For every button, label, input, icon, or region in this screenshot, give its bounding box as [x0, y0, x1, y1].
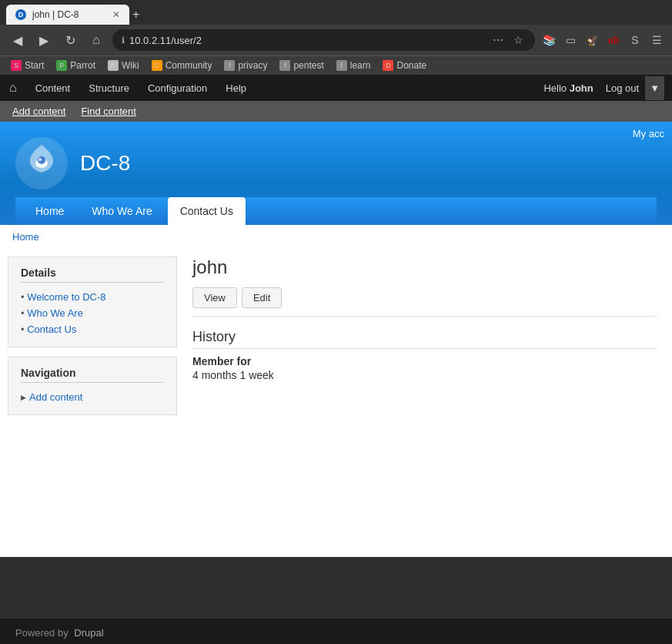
- svg-point-3: [38, 158, 42, 161]
- browser-toolbar: ◀ ▶ ↻ ⌂ ℹ 10.0.2.11/user/2 ⋯ ☆ 📚 ▭ 🦅 uD …: [0, 25, 672, 55]
- sidebar-link-welcome[interactable]: Welcome to DC-8: [27, 291, 105, 303]
- user-greeting: Hello John: [543, 82, 593, 94]
- bookmark-donate[interactable]: D Donate: [378, 59, 431, 72]
- url-display: 10.0.2.11/user/2: [129, 35, 202, 46]
- reload-button[interactable]: ↻: [60, 30, 80, 50]
- site-logo[interactable]: [15, 137, 68, 190]
- bookmark-start[interactable]: S Start: [6, 59, 48, 72]
- sidebar-link-contact-us[interactable]: Contact Us: [27, 324, 76, 335]
- list-item: Who We Are: [21, 305, 164, 321]
- list-item: Contact Us: [21, 321, 164, 337]
- tab-close-button[interactable]: ✕: [112, 9, 120, 20]
- logout-link[interactable]: Log out: [606, 82, 639, 94]
- list-item: Welcome to DC-8: [21, 289, 164, 305]
- donate-favicon: D: [383, 60, 393, 71]
- bookmark-pentest[interactable]: f pentest: [275, 59, 328, 72]
- bookmark-wiki-label: Wiki: [122, 60, 139, 71]
- member-for-label: Member for: [192, 355, 657, 367]
- member-for-value: 4 months 1 week: [192, 369, 657, 381]
- active-tab[interactable]: D john | DC-8 ✕: [6, 5, 129, 25]
- browser-tab-bar: D john | DC-8 ✕ +: [0, 0, 672, 25]
- breadcrumb-home[interactable]: Home: [12, 231, 39, 243]
- extension-3-icon[interactable]: S: [627, 32, 643, 48]
- sidebar-details-list: Welcome to DC-8 Who We Are Contact Us: [21, 289, 164, 337]
- nav-tab-home[interactable]: Home: [23, 197, 76, 225]
- sidebar-navigation-block: Navigation Add content: [8, 357, 177, 415]
- admin-bar-items: ⌂ Content Structure Configuration Help: [0, 75, 536, 101]
- sidebar-add-content-label: Add content: [29, 391, 82, 403]
- extension-1-icon[interactable]: 🦅: [584, 32, 600, 48]
- admin-content-link[interactable]: Content: [26, 76, 80, 100]
- wiki-favicon: W: [108, 60, 119, 71]
- view-button[interactable]: View: [192, 287, 237, 308]
- pentest-favicon: f: [279, 60, 290, 71]
- history-section-title: History: [192, 329, 657, 349]
- privacy-favicon: f: [224, 60, 235, 71]
- tab-title: john | DC-8: [32, 9, 79, 20]
- profile-area: john View Edit History Member for 4 mont…: [185, 257, 664, 549]
- nav-tab-who-we-are[interactable]: Who We Are: [79, 197, 164, 225]
- bookmark-icon[interactable]: ☆: [510, 32, 526, 48]
- main-content: Details Welcome to DC-8 Who We Are Conta…: [0, 249, 672, 557]
- drupal-admin-bar: ⌂ Content Structure Configuration Help H…: [0, 75, 672, 101]
- profile-actions: View Edit: [192, 287, 657, 317]
- bookmark-privacy-label: privacy: [238, 60, 267, 71]
- drupal-link[interactable]: Drupal: [74, 627, 103, 639]
- sidebar-link-who-we-are[interactable]: Who We Are: [27, 307, 83, 319]
- footer-bottom: Powered by Drupal: [0, 619, 672, 644]
- site-header-inner: DC-8: [15, 137, 657, 190]
- site-footer: [0, 557, 672, 619]
- sidebar-details-block: Details Welcome to DC-8 Who We Are Conta…: [8, 257, 177, 347]
- forward-button[interactable]: ▶: [34, 30, 54, 50]
- main-nav: Home Who We Are Contact Us: [15, 197, 657, 225]
- edit-button[interactable]: Edit: [242, 287, 282, 308]
- site-title: DC-8: [80, 151, 130, 176]
- admin-structure-link[interactable]: Structure: [79, 76, 139, 100]
- bookmark-donate-label: Donate: [396, 60, 426, 71]
- bookmark-pentest-label: pentest: [293, 60, 323, 71]
- tab-favicon: D: [15, 9, 26, 20]
- new-tab-button[interactable]: +: [132, 8, 139, 22]
- bookmarks-bar: S Start P Parrot W Wiki C Community f pr…: [0, 55, 672, 75]
- learn-favicon: f: [336, 60, 347, 71]
- member-for-field: Member for 4 months 1 week: [192, 355, 657, 381]
- my-account-link[interactable]: My acc: [633, 128, 664, 139]
- bookmark-community[interactable]: C Community: [147, 59, 217, 72]
- menu-icon[interactable]: ☰: [649, 32, 664, 48]
- bookmark-start-label: Start: [25, 60, 44, 71]
- site-header: My acc DC-8 Home Who We Ar: [0, 122, 672, 225]
- sidebar-add-content[interactable]: Add content: [21, 389, 164, 405]
- address-bar[interactable]: ℹ 10.0.2.11/user/2 ⋯ ☆: [112, 29, 535, 51]
- tab-manager-icon[interactable]: ▭: [563, 32, 578, 48]
- sidebar-navigation-title: Navigation: [21, 367, 164, 383]
- admin-sub-bar: Add content Find content: [0, 101, 672, 122]
- sidebar-details-title: Details: [21, 267, 164, 283]
- community-favicon: C: [152, 60, 162, 71]
- profile-username: john: [192, 257, 657, 278]
- powered-by: Powered by Drupal: [15, 627, 104, 639]
- more-options-icon[interactable]: ⋯: [490, 32, 506, 48]
- nav-tab-contact-us[interactable]: Contact Us: [168, 197, 246, 225]
- bookmark-privacy[interactable]: f privacy: [219, 59, 272, 72]
- add-content-link[interactable]: Add content: [8, 104, 70, 119]
- admin-home-icon[interactable]: ⌂: [0, 75, 26, 101]
- home-button[interactable]: ⌂: [86, 30, 106, 50]
- username-display: John: [570, 82, 593, 94]
- bookmark-wiki[interactable]: W Wiki: [103, 59, 144, 72]
- admin-configuration-link[interactable]: Configuration: [139, 76, 216, 100]
- admin-help-link[interactable]: Help: [216, 76, 256, 100]
- admin-bar-right: Hello John Log out ▼: [536, 76, 672, 100]
- toolbar-icons: 📚 ▭ 🦅 uD S ☰: [541, 32, 664, 48]
- bookmark-community-label: Community: [165, 60, 212, 71]
- breadcrumb: Home: [0, 225, 672, 249]
- find-content-link[interactable]: Find content: [76, 104, 141, 119]
- back-button[interactable]: ◀: [8, 30, 28, 50]
- bookmarks-icon[interactable]: 📚: [541, 32, 557, 48]
- start-favicon: S: [11, 60, 22, 71]
- lock-icon: ℹ: [122, 35, 125, 45]
- bookmark-parrot[interactable]: P Parrot: [52, 59, 100, 72]
- bookmark-learn[interactable]: f learn: [332, 59, 376, 72]
- extension-2-icon[interactable]: uD: [606, 32, 621, 48]
- bookmark-parrot-label: Parrot: [70, 60, 95, 71]
- admin-dropdown-button[interactable]: ▼: [645, 76, 664, 100]
